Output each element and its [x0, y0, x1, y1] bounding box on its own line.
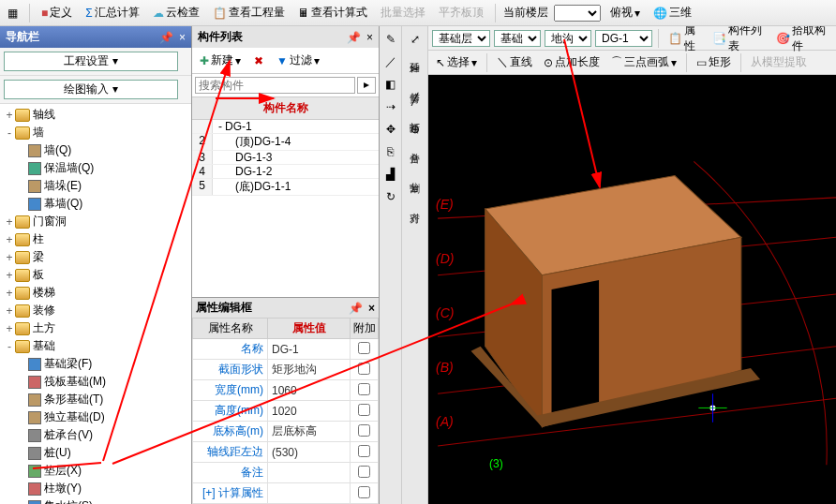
- tree-folder[interactable]: +土方: [0, 319, 191, 337]
- offset-icon[interactable]: ⇢: [381, 97, 400, 116]
- property-row[interactable]: 高度(mm)1020: [193, 401, 379, 422]
- floor-label: 当前楼层: [503, 5, 548, 21]
- select-button[interactable]: ↖选择▾: [432, 53, 481, 71]
- project-settings-dropdown[interactable]: 工程设置 ▾: [0, 48, 191, 76]
- align-button[interactable]: ≡: [406, 180, 425, 199]
- view-calc-button[interactable]: 🖩查看计算式: [294, 3, 371, 22]
- nav-toggle-icon[interactable]: ▦: [4, 5, 22, 22]
- tree-leaf[interactable]: 墙垛(E): [0, 177, 191, 195]
- property-row[interactable]: 底标高(m)层底标高: [193, 422, 379, 442]
- view-mode-button[interactable]: 俯视▾: [606, 3, 644, 22]
- merge-button[interactable]: ⊕: [406, 120, 425, 139]
- tree-folder[interactable]: +柱: [0, 230, 191, 248]
- pin-icon[interactable]: 📌: [349, 302, 363, 315]
- tree-leaf[interactable]: 幕墙(Q): [0, 195, 191, 213]
- property-row[interactable]: 备注: [193, 463, 379, 483]
- close-icon[interactable]: ×: [366, 31, 373, 44]
- new-button[interactable]: ✚新建▾: [195, 51, 246, 70]
- component-select[interactable]: DG-1: [595, 30, 652, 47]
- col-extra: 附加: [351, 319, 379, 339]
- property-row[interactable]: 轴线距左边(530): [193, 442, 379, 463]
- tree-leaf[interactable]: 基础梁(F): [0, 355, 191, 373]
- property-button[interactable]: 📋属性: [664, 26, 705, 55]
- tree-folder[interactable]: +梁: [0, 248, 191, 266]
- col-value: 属性值: [268, 319, 351, 339]
- property-row[interactable]: 宽度(mm)1060: [193, 380, 379, 401]
- line-icon[interactable]: ／: [381, 52, 400, 71]
- list-item[interactable]: -DG-1: [192, 120, 379, 134]
- pin-icon[interactable]: 📌: [159, 31, 173, 44]
- tree-folder[interactable]: -墙: [0, 124, 191, 141]
- move-icon[interactable]: ✥: [381, 120, 400, 139]
- tree-leaf[interactable]: 桩承台(V): [0, 426, 191, 444]
- 3d-viewport[interactable]: (E)(D)(C)(B)(A) (3): [428, 75, 836, 504]
- layer-select[interactable]: 基础层: [432, 30, 490, 47]
- svg-marker-7: [552, 280, 600, 413]
- category-select[interactable]: 基础: [494, 30, 541, 47]
- filter-button[interactable]: ▼过滤▾: [272, 51, 324, 70]
- eraser-icon[interactable]: ◧: [381, 75, 400, 94]
- component-list: -DG-12(顶)DG-1-43DG-1-34DG-1-25(底)DG-1-1: [192, 120, 379, 297]
- tree-leaf[interactable]: 筏板基础(M): [0, 373, 191, 391]
- rotate-icon[interactable]: ↻: [381, 187, 400, 206]
- close-icon[interactable]: ×: [368, 302, 375, 315]
- tree-folder[interactable]: +门窗洞: [0, 213, 191, 230]
- search-go-button[interactable]: ▸: [357, 77, 376, 94]
- tree-folder[interactable]: +楼梯: [0, 284, 191, 302]
- pencil-icon[interactable]: ✎: [381, 30, 400, 49]
- tree-leaf[interactable]: 桩(U): [0, 444, 191, 462]
- list-item[interactable]: 4DG-1-2: [192, 165, 379, 179]
- mirror-icon[interactable]: ▟: [381, 165, 400, 184]
- arc-button[interactable]: ⌒三点画弧▾: [607, 53, 680, 71]
- batch-select-button: 批量选择: [377, 3, 429, 22]
- list-item[interactable]: 3DG-1-3: [192, 151, 379, 165]
- line-button[interactable]: ＼直线: [493, 53, 536, 71]
- rect-button[interactable]: ▭矩形: [693, 53, 735, 71]
- point-length-button[interactable]: ⊙点加长度: [540, 53, 604, 71]
- close-icon[interactable]: ×: [179, 31, 186, 44]
- tree-leaf[interactable]: 条形基础(T): [0, 391, 191, 408]
- tree-leaf[interactable]: 墙(Q): [0, 141, 191, 159]
- component-list-panel: 构件列表 📌× ✚新建▾ ✖ ▼过滤▾ ▸ 构件名称 -DG-12(顶)DG-1…: [192, 26, 380, 504]
- break-button[interactable]: ╱: [406, 90, 425, 109]
- search-input[interactable]: [195, 77, 355, 94]
- tree-leaf[interactable]: 独立基础(D): [0, 408, 191, 426]
- tree-leaf[interactable]: 保温墙(Q): [0, 159, 191, 177]
- tree-folder[interactable]: -基础: [0, 337, 191, 355]
- draw-input-dropdown[interactable]: 绘图输入 ▾: [0, 76, 191, 104]
- 3d-model: [428, 75, 836, 504]
- sum-button[interactable]: Σ汇总计算: [82, 3, 142, 22]
- pick-component-button[interactable]: 🎯拾取构件: [772, 26, 832, 55]
- trim-button[interactable]: ✂: [406, 60, 425, 79]
- property-panel: 属性编辑框 📌× 属性名称 属性值 附加 名称DG-1截面形状矩形地沟宽度(mm…: [192, 297, 379, 504]
- nav-panel-title: 导航栏 📌×: [0, 26, 191, 48]
- tree-leaf[interactable]: 柱墩(Y): [0, 480, 191, 497]
- cloud-check-button[interactable]: ☁云检查: [149, 3, 203, 22]
- property-panel-title: 属性编辑框: [196, 300, 252, 316]
- tree-folder[interactable]: +装修: [0, 302, 191, 319]
- list-item[interactable]: 5(底)DG-1-1: [192, 179, 379, 196]
- tree-leaf[interactable]: 集水坑(S): [0, 497, 191, 504]
- list-item[interactable]: 2(顶)DG-1-4: [192, 134, 379, 151]
- axis-label: (C): [436, 305, 454, 320]
- copy-icon[interactable]: ⎘: [381, 142, 400, 161]
- 3d-mode-button[interactable]: 🌐三维: [649, 3, 695, 22]
- level-label: (3): [489, 457, 503, 470]
- property-row[interactable]: [+] 计算属性: [193, 483, 379, 504]
- component-list-button[interactable]: 📑构件列表: [709, 26, 769, 55]
- tree-folder[interactable]: +板: [0, 266, 191, 284]
- tree-leaf[interactable]: 垫层(X): [0, 462, 191, 480]
- property-row[interactable]: 名称DG-1: [193, 339, 379, 360]
- extend-button[interactable]: ⤢: [406, 30, 425, 49]
- split-button[interactable]: ⑂: [406, 150, 425, 169]
- nav-tree: +轴线-墙墙(Q)保温墙(Q)墙垛(E)幕墙(Q)+门窗洞+柱+梁+板+楼梯+装…: [0, 104, 191, 504]
- define-button[interactable]: ■定义: [37, 3, 76, 22]
- delete-button[interactable]: ✖: [249, 52, 268, 69]
- type-select[interactable]: 地沟: [545, 30, 591, 47]
- view-qty-button[interactable]: 📋查看工程量: [209, 3, 289, 22]
- tree-folder[interactable]: +轴线: [0, 106, 191, 124]
- floor-select[interactable]: [554, 5, 601, 22]
- flat-top-button: 平齐板顶: [435, 3, 487, 22]
- property-row[interactable]: 截面形状矩形地沟: [193, 360, 379, 380]
- pin-icon[interactable]: 📌: [347, 31, 361, 44]
